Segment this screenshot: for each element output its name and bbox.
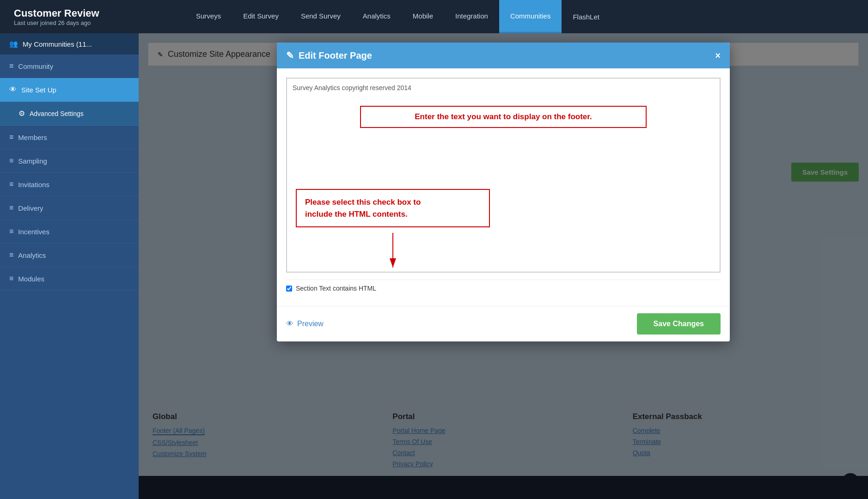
- sidebar-communities[interactable]: 👥 My Communities (11...: [0, 33, 139, 55]
- list-icon: ≡: [9, 133, 13, 141]
- sidebar-item-label: Modules: [18, 275, 44, 283]
- modal-body: Survey Analytics copyright reserved 2014…: [277, 68, 730, 306]
- gear-icon: ⚙: [18, 109, 25, 118]
- list-icon6: ≡: [9, 251, 13, 259]
- app-title: Customer Review: [14, 7, 176, 19]
- sidebar-communities-label: My Communities (11...: [23, 40, 92, 48]
- sidebar-item-analytics[interactable]: ≡ Analytics: [0, 243, 139, 267]
- preview-button[interactable]: 👁 Preview: [286, 320, 324, 328]
- sidebar-item-label: Invitations: [18, 181, 49, 189]
- sidebar-item-modules[interactable]: ≡ Modules: [0, 267, 139, 291]
- list-icon4: ≡: [9, 204, 13, 212]
- app-branding: Customer Review Last user joined 26 days…: [5, 7, 185, 26]
- sidebar-item-label: Community: [18, 62, 53, 70]
- tab-send-survey[interactable]: Send Survey: [290, 0, 352, 33]
- sidebar-item-invitations[interactable]: ≡ Invitations: [0, 173, 139, 196]
- tab-surveys[interactable]: Surveys: [185, 0, 232, 33]
- modal-header: ✎ Edit Footer Page ×: [277, 43, 730, 68]
- tab-mobile[interactable]: Mobile: [402, 0, 444, 33]
- eye-icon-preview: 👁: [286, 320, 293, 328]
- checkbox-label[interactable]: Section Text contains HTML: [296, 285, 376, 292]
- sidebar-item-incentives[interactable]: ≡ Incentives: [0, 220, 139, 243]
- sidebar-item-label: Members: [18, 134, 47, 141]
- content-area: ✎ Customize Site Appearance Global Foote…: [139, 33, 868, 499]
- footer-text-editor[interactable]: Survey Analytics copyright reserved 2014: [287, 78, 720, 272]
- modal-overlay: ✎ Edit Footer Page × Survey Analytics co…: [139, 33, 868, 499]
- modal-close-button[interactable]: ×: [715, 50, 721, 61]
- sidebar-item-label: Sampling: [18, 157, 47, 165]
- edit-footer-modal: ✎ Edit Footer Page × Survey Analytics co…: [277, 43, 730, 341]
- tab-flashlet[interactable]: FlashLet: [562, 0, 611, 33]
- tab-communities[interactable]: Communities: [499, 0, 562, 33]
- sidebar-item-site-setup[interactable]: 👁 Site Set Up: [0, 78, 139, 102]
- nav-tabs: Surveys Edit Survey Send Survey Analytic…: [185, 0, 863, 33]
- list-icon7: ≡: [9, 274, 13, 283]
- list-icon3: ≡: [9, 180, 13, 189]
- sidebar-item-label: Incentives: [18, 228, 49, 236]
- sidebar-item-label: Analytics: [18, 251, 46, 259]
- edit-icon: ✎: [286, 50, 294, 61]
- eye-icon: 👁: [9, 85, 17, 94]
- sidebar-item-label: Delivery: [18, 204, 43, 212]
- html-checkbox[interactable]: [286, 286, 292, 292]
- tab-edit-survey[interactable]: Edit Survey: [232, 0, 290, 33]
- app-subtitle: Last user joined 26 days ago: [14, 19, 176, 26]
- grid-icon: ≡: [9, 62, 13, 70]
- sidebar-item-community[interactable]: ≡ Community: [0, 55, 139, 78]
- tab-analytics[interactable]: Analytics: [352, 0, 402, 33]
- top-nav: Customer Review Last user joined 26 days…: [0, 0, 868, 33]
- sidebar-item-members[interactable]: ≡ Members: [0, 126, 139, 149]
- people-icon: 👥: [9, 40, 18, 48]
- editor-wrapper: Survey Analytics copyright reserved 2014…: [286, 78, 721, 273]
- checkbox-section: Section Text contains HTML: [286, 280, 721, 297]
- list-icon2: ≡: [9, 157, 13, 165]
- sidebar-item-label: Site Set Up: [21, 86, 56, 94]
- sidebar-item-sampling[interactable]: ≡ Sampling: [0, 149, 139, 173]
- main-layout: 👥 My Communities (11... ≡ Community 👁 Si…: [0, 33, 868, 499]
- modal-title: ✎ Edit Footer Page: [286, 50, 372, 61]
- sidebar-item-advanced-settings[interactable]: ⚙ Advanced Settings: [0, 102, 139, 126]
- tab-integration[interactable]: Integration: [444, 0, 499, 33]
- sidebar: 👥 My Communities (11... ≡ Community 👁 Si…: [0, 33, 139, 499]
- sidebar-item-delivery[interactable]: ≡ Delivery: [0, 196, 139, 220]
- sidebar-item-label: Advanced Settings: [30, 110, 84, 117]
- list-icon5: ≡: [9, 227, 13, 236]
- save-changes-button[interactable]: Save Changes: [637, 313, 721, 335]
- modal-footer: 👁 Preview Save Changes: [277, 306, 730, 341]
